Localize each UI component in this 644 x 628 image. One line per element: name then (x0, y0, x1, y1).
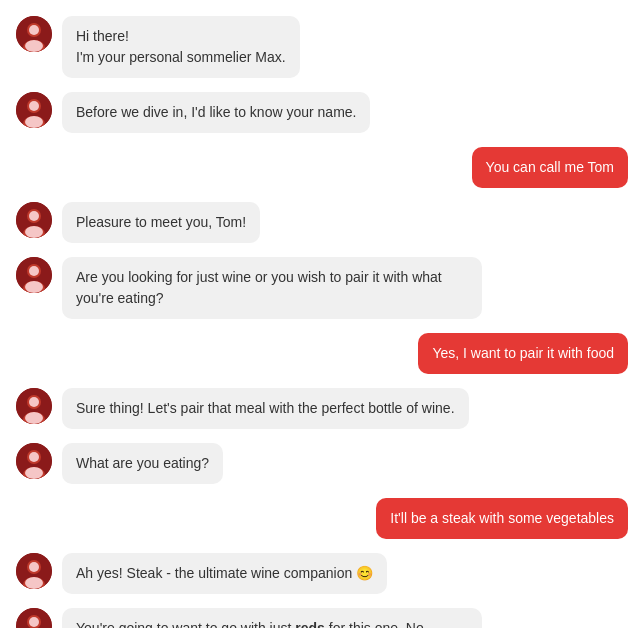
user-bubble: It'll be a steak with some vegetables (376, 498, 628, 539)
svg-point-29 (25, 467, 43, 479)
avatar (16, 257, 52, 293)
avatar (16, 608, 52, 628)
message-row: Yes, I want to pair it with food (16, 333, 628, 374)
avatar (16, 443, 52, 479)
message-line: What are you eating? (76, 453, 209, 474)
avatar (16, 92, 52, 128)
svg-point-38 (29, 617, 39, 627)
bot-bubble: Before we dive in, I'd like to know your… (62, 92, 370, 133)
svg-point-34 (25, 577, 43, 589)
bot-bubble: Pleasure to meet you, Tom! (62, 202, 260, 243)
message-row: Sure thing! Let's pair that meal with th… (16, 388, 628, 429)
svg-point-4 (25, 40, 43, 52)
svg-point-14 (25, 226, 43, 238)
bot-bubble: You're going to want to go with just red… (62, 608, 482, 628)
message-row: Ah yes! Steak - the ultimate wine compan… (16, 553, 628, 594)
message-line: You're going to want to go with just red… (76, 620, 424, 628)
svg-point-8 (29, 101, 39, 111)
avatar (16, 553, 52, 589)
bot-bubble: Ah yes! Steak - the ultimate wine compan… (62, 553, 387, 594)
avatar (16, 202, 52, 238)
message-row: Are you looking for just wine or you wis… (16, 257, 628, 319)
message-row: Before we dive in, I'd like to know your… (16, 92, 628, 133)
user-bubble: You can call me Tom (472, 147, 628, 188)
message-row: What are you eating? (16, 443, 628, 484)
message-row: You're going to want to go with just red… (16, 608, 628, 628)
message-line: It'll be a steak with some vegetables (390, 508, 614, 529)
message-line: Sure thing! Let's pair that meal with th… (76, 398, 455, 419)
message-line: Pleasure to meet you, Tom! (76, 212, 246, 233)
avatar (16, 388, 52, 424)
svg-point-18 (29, 266, 39, 276)
message-row: It'll be a steak with some vegetables (16, 498, 628, 539)
chat-container: Hi there! I'm your personal sommelier Ma… (0, 0, 644, 628)
svg-point-33 (29, 562, 39, 572)
message-line: I'm your personal sommelier Max. (76, 47, 286, 68)
message-line: Yes, I want to pair it with food (432, 343, 614, 364)
message-line: Ah yes! Steak - the ultimate wine compan… (76, 563, 373, 584)
svg-point-13 (29, 211, 39, 221)
message-row: Pleasure to meet you, Tom! (16, 202, 628, 243)
message-row: Hi there! I'm your personal sommelier Ma… (16, 16, 628, 78)
user-bubble: Yes, I want to pair it with food (418, 333, 628, 374)
message-line: You can call me Tom (486, 157, 614, 178)
bot-bubble: Hi there! I'm your personal sommelier Ma… (62, 16, 300, 78)
message-row: You can call me Tom (16, 147, 628, 188)
message-line: Are you looking for just wine or you wis… (76, 267, 468, 309)
svg-point-19 (25, 281, 43, 293)
svg-point-23 (29, 397, 39, 407)
svg-point-3 (29, 25, 39, 35)
bot-bubble: Are you looking for just wine or you wis… (62, 257, 482, 319)
message-line: Before we dive in, I'd like to know your… (76, 102, 356, 123)
svg-point-28 (29, 452, 39, 462)
svg-point-24 (25, 412, 43, 424)
avatar (16, 16, 52, 52)
bot-bubble: What are you eating? (62, 443, 223, 484)
bot-bubble: Sure thing! Let's pair that meal with th… (62, 388, 469, 429)
svg-point-9 (25, 116, 43, 128)
message-line: Hi there! (76, 26, 286, 47)
